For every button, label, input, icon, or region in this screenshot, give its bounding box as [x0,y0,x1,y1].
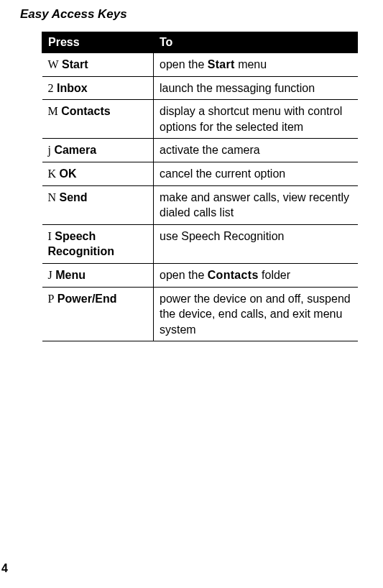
key-name: Inbox [57,82,88,94]
table-row: P Power/Endpower the device on and off, … [42,287,358,341]
key-prefix: P [48,293,55,305]
key-prefix: j [48,144,51,156]
key-prefix: I [48,230,52,242]
table-row: W Startopen the Start menu [42,53,358,77]
table-row: N Sendmake and answer calls, view recent… [42,185,358,224]
press-cell: I Speech Recognition [42,224,154,263]
key-prefix: J [48,269,52,281]
to-cell: activate the camera [154,139,358,162]
press-cell: 2 Inbox [42,76,154,100]
to-text: activate the camera [160,144,260,156]
press-cell: W Start [42,53,154,77]
keys-table-wrapper: Press To W Startopen the Start menu2 Inb… [42,32,361,341]
key-name: Camera [54,144,96,156]
table-row: J Menuopen the Contacts folder [42,263,358,287]
header-press: Press [42,32,154,53]
to-cell: open the Start menu [154,53,358,77]
to-text: launch the messaging function [160,82,315,94]
to-text: use Speech Recognition [160,230,284,242]
ui-label: Contacts [208,269,259,281]
key-prefix: 2 [48,82,54,94]
table-row: M Contactsdisplay a shortcut menu with c… [42,100,358,139]
to-cell: cancel the current option [154,162,358,185]
press-cell: j Camera [42,139,154,162]
press-cell: N Send [42,185,154,224]
table-row: K OKcancel the current option [42,162,358,185]
key-name: OK [60,167,77,180]
to-text: make and answer calls, view recently dia… [160,191,349,219]
section-title: Easy Access Keys [20,7,361,22]
ui-label: Start [208,58,235,70]
to-cell: make and answer calls, view recently dia… [154,185,358,224]
to-text: power the device on and off, suspend the… [160,293,351,336]
key-name: Speech Recognition [48,230,114,258]
key-name: Power/End [57,293,117,305]
key-name: Send [60,191,88,203]
to-text: menu [235,58,267,70]
table-row: I Speech Recognitionuse Speech Recogniti… [42,224,358,263]
key-name: Contacts [61,105,110,117]
to-cell: display a shortcut menu with control opt… [154,100,358,139]
press-cell: M Contacts [42,100,154,139]
table-row: j Cameraactivate the camera [42,139,358,162]
key-name: Menu [55,269,86,281]
to-cell: launch the messaging function [154,76,358,100]
table-row: 2 Inboxlaunch the messaging function [42,76,358,100]
key-name: Start [62,58,88,70]
press-cell: K OK [42,162,154,185]
header-to: To [154,32,358,53]
to-text: cancel the current option [160,167,285,180]
to-text: folder [259,269,290,281]
to-text: open the [160,269,208,281]
to-text: display a shortcut menu with control opt… [160,105,342,133]
to-cell: power the device on and off, suspend the… [154,287,358,341]
to-cell: open the Contacts folder [154,263,358,287]
page-number: 4 [1,562,8,575]
key-prefix: N [48,191,57,203]
key-prefix: M [48,105,58,117]
key-prefix: K [48,167,57,180]
key-prefix: W [48,58,59,70]
keys-table: Press To W Startopen the Start menu2 Inb… [42,32,358,341]
press-cell: J Menu [42,263,154,287]
to-cell: use Speech Recognition [154,224,358,263]
to-text: open the [160,58,208,70]
press-cell: P Power/End [42,287,154,341]
